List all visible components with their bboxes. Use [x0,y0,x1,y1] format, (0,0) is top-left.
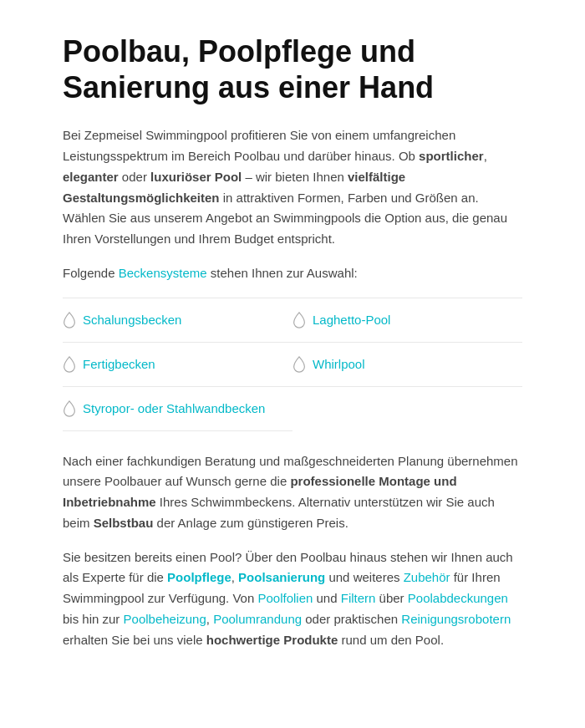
beckensysteme-after: stehen Ihnen zur Auswahl: [207,266,358,280]
link-schalungsbecken[interactable]: Schalungsbecken [83,310,181,330]
drop-icon-whirlpool [292,356,306,373]
link-poolabdeckungen[interactable]: Poolabdeckungen [408,591,508,605]
link-poolumrandung[interactable]: Poolumrandung [213,612,302,626]
poolpflege-paragraph: Sie besitzen bereits einen Pool? Über de… [63,547,522,651]
drop-icon-fertigbecken [63,356,76,373]
intro-paragraph: Bei Zepmeisel Swimmingpool profitieren S… [63,125,522,250]
drop-icon-laghetto [292,312,306,328]
link-poolsanierung[interactable]: Poolsanierung [238,570,325,584]
bold-luxurioser: luxuriöser Pool [150,170,242,184]
intro-between1: , [484,149,487,163]
link-whirlpool[interactable]: Whirlpool [313,354,365,374]
bold-hochwertige: hochwertige Produkte [206,633,338,647]
list-item-whirlpool: Whirlpool [292,343,522,387]
drop-icon-schalungsbecken [63,312,76,328]
link-filtern[interactable]: Filtern [341,591,376,605]
para3-between1: , [231,570,238,584]
link-reinigungsrobotern[interactable]: Reinigungsrobotern [401,612,511,626]
link-poolpflege[interactable]: Poolpflege [167,570,231,584]
montage-paragraph: Nach einer fachkundigen Beratung und maß… [63,451,522,534]
intro-between3: – wir bieten Ihnen [242,170,348,184]
beckensysteme-before: Folgende [63,266,119,280]
link-fertigbecken[interactable]: Fertigbecken [83,354,155,374]
bold-sportlicher: sportlicher [419,149,484,163]
list-item-styropor: Styropor- oder Stahlwandbecken [63,387,292,431]
page-title: Poolbau, Poolpflege und Sanierung aus ei… [63,33,522,105]
link-poolbeheizung[interactable]: Poolbeheizung [124,612,206,626]
list-item-schalungsbecken: Schalungsbecken [63,298,292,343]
para3-end: rund um den Pool. [338,633,444,647]
link-styropor[interactable]: Styropor- oder Stahlwandbecken [83,399,265,419]
drop-icon-styropor [63,400,76,417]
beckensysteme-link[interactable]: Beckensysteme [119,266,207,280]
para3-between8: oder praktischen [302,612,401,626]
list-item-fertigbecken: Fertigbecken [63,343,292,387]
para3-between7: , [206,612,213,626]
para3-between2: und weiteres [325,570,403,584]
bold-eleganter: eleganter [63,170,119,184]
link-laghetto[interactable]: Laghetto-Pool [313,310,390,330]
para3-between5: über [375,591,407,605]
list-item-laghetto: Laghetto-Pool [292,298,522,343]
para3-between6: bis hin zur [63,612,124,626]
montage-after: der Anlage zum günstigeren Preis. [153,516,348,530]
bold-selbstbau: Selbstbau [94,516,154,530]
para3-after: erhalten Sie bei uns viele [63,633,206,647]
link-poolfolien[interactable]: Poolfolien [257,591,313,605]
intro-between2: oder [119,170,150,184]
para3-between4: und [313,591,340,605]
link-zubehoer[interactable]: Zubehör [404,570,450,584]
beckensysteme-intro: Folgende Beckensysteme stehen Ihnen zur … [63,263,522,284]
pool-list: Schalungsbecken Laghetto-Pool Fertigbeck… [63,298,522,431]
intro-text-before-bold1: Bei Zepmeisel Swimmingpool profitieren S… [63,128,455,163]
